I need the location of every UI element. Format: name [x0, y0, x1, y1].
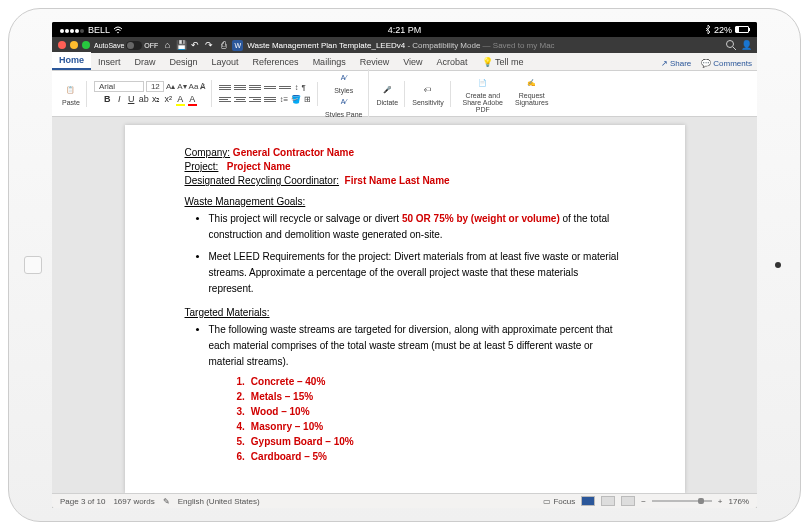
- ribbon: 📋 Paste Arial 12 A▴ A▾ Aa A̷ B I U ab x₂…: [52, 71, 757, 117]
- font-color-button[interactable]: A: [188, 94, 197, 106]
- undo-icon[interactable]: ↶: [190, 40, 200, 50]
- company-value: General Contractor Name: [233, 147, 354, 158]
- autosave-toggle[interactable]: AutoSave OFF: [94, 41, 158, 50]
- styles-pane-button[interactable]: A⁄Styles Pane: [325, 94, 362, 118]
- bluetooth-icon: [705, 25, 711, 34]
- battery-icon: [735, 26, 749, 33]
- tablet-home-button[interactable]: [24, 256, 42, 274]
- company-label: Company:: [185, 147, 231, 158]
- italic-button[interactable]: I: [115, 94, 124, 106]
- print-layout-view[interactable]: [581, 496, 595, 506]
- print-icon[interactable]: ⎙: [218, 40, 228, 50]
- clock: 4:21 PM: [290, 25, 520, 35]
- superscript-button[interactable]: x²: [164, 94, 173, 106]
- paste-button[interactable]: 📋 Paste: [62, 82, 80, 106]
- align-left-button[interactable]: [219, 95, 231, 105]
- materials-list: 1.Concrete – 40% 2.Metals – 15% 3.Wood –…: [237, 376, 625, 462]
- tab-view[interactable]: View: [396, 54, 429, 70]
- material-item: 6.Cardboard – 5%: [237, 451, 625, 462]
- focus-mode-button[interactable]: ▭ Focus: [543, 497, 575, 506]
- zoom-level[interactable]: 176%: [729, 497, 749, 506]
- tell-me[interactable]: 💡 Tell me: [475, 54, 531, 70]
- language-indicator[interactable]: English (United States): [178, 497, 260, 506]
- bold-button[interactable]: B: [103, 94, 112, 106]
- comments-button[interactable]: 💬 Comments: [696, 57, 757, 70]
- tab-acrobat[interactable]: Acrobat: [430, 54, 475, 70]
- project-value: Project Name: [227, 161, 291, 172]
- spellcheck-icon[interactable]: ✎: [163, 497, 170, 506]
- change-case-icon[interactable]: Aa: [189, 82, 199, 91]
- tab-draw[interactable]: Draw: [128, 54, 163, 70]
- targeted-heading: Targeted Materials:: [185, 307, 625, 318]
- document-canvas[interactable]: Company: General Contractor Name Project…: [52, 117, 757, 508]
- request-signatures-button[interactable]: ✍Request Signatures: [512, 75, 552, 113]
- shading-button[interactable]: 🪣: [291, 95, 301, 105]
- project-label: Project:: [185, 161, 219, 172]
- zoom-slider[interactable]: [652, 500, 712, 502]
- tab-references[interactable]: References: [246, 54, 306, 70]
- tab-design[interactable]: Design: [163, 54, 205, 70]
- window-titlebar: AutoSave OFF ⌂ 💾 ↶ ↷ ⎙ W Waste Managemen…: [52, 37, 757, 53]
- maximize-window-button[interactable]: [82, 41, 90, 49]
- strikethrough-button[interactable]: ab: [139, 94, 149, 106]
- decrease-indent-button[interactable]: [264, 83, 276, 93]
- minimize-window-button[interactable]: [70, 41, 78, 49]
- document-title: Waste Management Plan Template_LEEDv4 - …: [247, 41, 721, 50]
- word-count[interactable]: 1697 words: [113, 497, 154, 506]
- redo-icon[interactable]: ↷: [204, 40, 214, 50]
- numbering-button[interactable]: [234, 83, 246, 93]
- tab-layout[interactable]: Layout: [205, 54, 246, 70]
- font-group: Arial 12 A▴ A▾ Aa A̷ B I U ab x₂ x² A A: [90, 80, 212, 107]
- zoom-in-button[interactable]: +: [718, 497, 723, 506]
- coordinator-value: First Name Last Name: [345, 175, 450, 186]
- share-button[interactable]: ↗ Share: [656, 57, 696, 70]
- line-spacing-button[interactable]: ↕≡: [279, 95, 288, 105]
- search-icon[interactable]: [725, 39, 737, 51]
- material-item: 3.Wood – 10%: [237, 406, 625, 417]
- font-name-select[interactable]: Arial: [94, 81, 144, 92]
- device-statusbar: BELL 4:21 PM 22%: [52, 22, 757, 37]
- decrease-font-icon[interactable]: A▾: [177, 82, 186, 91]
- underline-button[interactable]: U: [127, 94, 136, 106]
- goal-item: This project will recycle or salvage or …: [209, 211, 625, 243]
- tablet-camera: [775, 262, 781, 268]
- user-icon[interactable]: 👤: [741, 40, 751, 50]
- tab-home[interactable]: Home: [52, 52, 91, 70]
- tab-insert[interactable]: Insert: [91, 54, 128, 70]
- goal-item: Meet LEED Requirements for the project: …: [209, 249, 625, 297]
- highlight-button[interactable]: A: [176, 94, 185, 106]
- battery-percent: 22%: [714, 25, 732, 35]
- outline-view[interactable]: [621, 496, 635, 506]
- svg-line-2: [733, 47, 736, 50]
- justify-button[interactable]: [264, 95, 276, 105]
- paragraph-group: ↕ ¶ ↕≡ 🪣 ⊞: [215, 82, 318, 106]
- page-indicator[interactable]: Page 3 of 10: [60, 497, 105, 506]
- save-icon[interactable]: 💾: [176, 40, 186, 50]
- font-size-select[interactable]: 12: [146, 81, 164, 92]
- borders-button[interactable]: ⊞: [304, 95, 311, 105]
- coordinator-label: Designated Recycling Coordinator:: [185, 175, 340, 186]
- subscript-button[interactable]: x₂: [152, 94, 161, 106]
- zoom-out-button[interactable]: −: [641, 497, 646, 506]
- multilevel-button[interactable]: [249, 83, 261, 93]
- create-pdf-button[interactable]: 📄Create and Share Adobe PDF: [458, 75, 508, 113]
- styles-button[interactable]: A⁄Styles: [334, 70, 353, 94]
- web-layout-view[interactable]: [601, 496, 615, 506]
- svg-point-0: [117, 31, 119, 33]
- show-marks-button[interactable]: ¶: [301, 83, 305, 93]
- clear-format-icon[interactable]: A̷: [200, 82, 205, 91]
- increase-font-icon[interactable]: A▴: [166, 82, 175, 91]
- increase-indent-button[interactable]: [279, 83, 291, 93]
- align-center-button[interactable]: [234, 95, 246, 105]
- sensitivity-button[interactable]: 🏷Sensitivity: [412, 82, 444, 106]
- ribbon-tabs: Home Insert Draw Design Layout Reference…: [52, 53, 757, 71]
- carrier-label: BELL: [88, 25, 110, 35]
- sort-button[interactable]: ↕: [294, 83, 298, 93]
- material-item: 1.Concrete – 40%: [237, 376, 625, 387]
- close-window-button[interactable]: [58, 41, 66, 49]
- dictate-button[interactable]: 🎤Dictate: [376, 82, 398, 106]
- home-icon[interactable]: ⌂: [162, 40, 172, 50]
- document-page[interactable]: Company: General Contractor Name Project…: [125, 125, 685, 493]
- align-right-button[interactable]: [249, 95, 261, 105]
- bullets-button[interactable]: [219, 83, 231, 93]
